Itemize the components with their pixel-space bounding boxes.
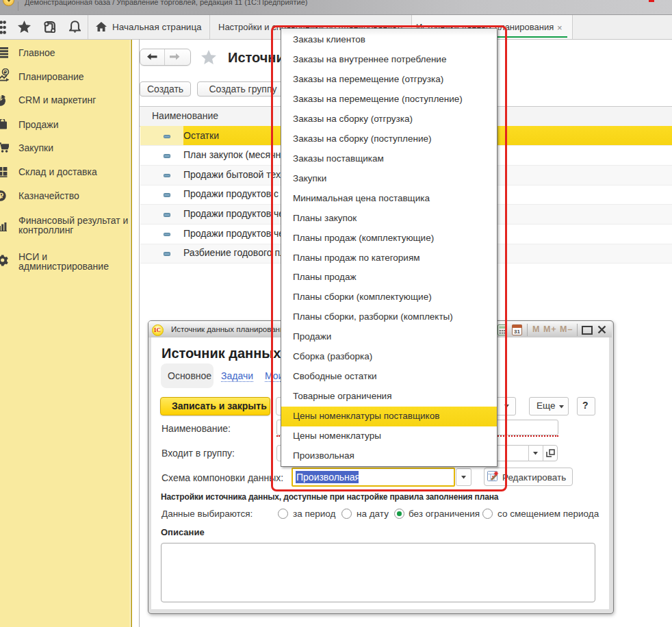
svg-text:31: 31 <box>514 329 520 335</box>
svg-text:₽: ₽ <box>4 69 8 75</box>
svg-text:₽: ₽ <box>0 192 3 200</box>
